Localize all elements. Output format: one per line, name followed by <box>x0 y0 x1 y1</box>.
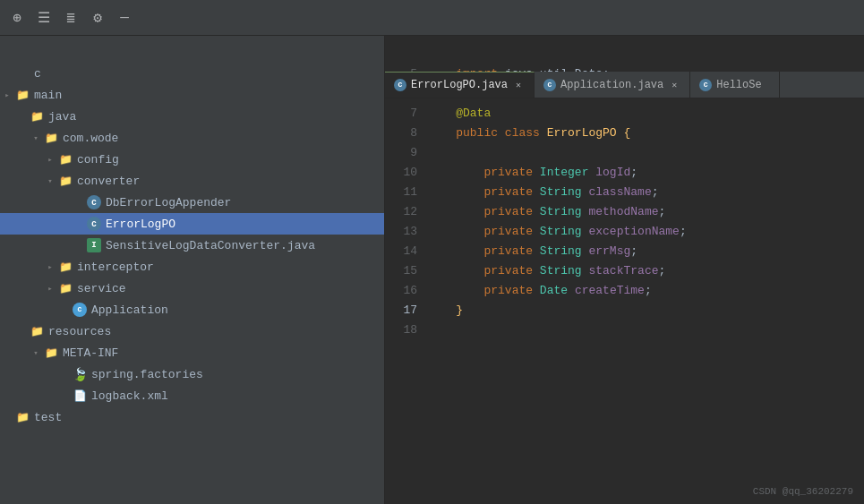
line-number-12: 12 <box>385 202 417 222</box>
watermark: CSDN @qq_36202279 <box>753 486 853 497</box>
java-iface-icon-SensitiveLogDataConverter.java: I <box>86 237 102 253</box>
tree-item-ErrorLogPO[interactable]: cErrorLogPO <box>0 213 384 235</box>
minimize-icon[interactable]: — <box>115 8 134 28</box>
code-line-10: private Integer logId; <box>428 163 864 183</box>
folder-icon-interceptor: 📁 <box>57 259 73 275</box>
code-line-16: private Date createTime; <box>428 281 864 301</box>
tab-close-errorlogpo[interactable]: ✕ <box>512 79 525 91</box>
main-layout: c▸📁main📁java▾📁com.wode▸📁config▾📁converte… <box>0 36 864 504</box>
tabs-bar: c ErrorLogPO.java ✕ c Application.java ✕… <box>385 72 864 98</box>
tree-label-converter: converter <box>77 175 140 188</box>
code-line-11: private String className; <box>428 183 864 202</box>
collapse-all-icon[interactable]: ☰ <box>34 8 54 28</box>
folder-icon-test: 📁 <box>14 409 30 425</box>
tree-label-ErrorLogPO: ErrorLogPO <box>106 218 175 231</box>
tree-item-spring.factories[interactable]: 🍃spring.factories <box>0 363 384 385</box>
tab-label-errorlogpo: ErrorLogPO.java <box>411 79 508 91</box>
tree-item-DbErrorLogAppender[interactable]: cDbErrorLogAppender <box>0 192 384 213</box>
tree-label-config: config <box>77 153 119 167</box>
tree-arrow-converter: ▾ <box>43 176 57 186</box>
tree-label-src: c <box>34 67 41 81</box>
code-line-12: private String methodName; <box>428 202 864 222</box>
tree-item-converter[interactable]: ▾📁converter <box>0 170 384 192</box>
java-c-icon-ErrorLogPO: c <box>86 216 102 232</box>
line-number-11: 11 <box>385 183 417 202</box>
tab-applicationjava[interactable]: c Application.java ✕ <box>535 72 690 98</box>
code-line-9 <box>428 143 864 163</box>
tree-label-spring.factories: spring.factories <box>91 368 203 381</box>
folder-icon-main: 📁 <box>14 87 30 103</box>
tree-label-java: java <box>48 110 76 124</box>
tree-item-resources[interactable]: 📁resources <box>0 320 384 342</box>
expand-all-icon[interactable]: ≣ <box>61 8 81 28</box>
tree-label-META-INF: META-INF <box>63 346 118 360</box>
code-line-7: @Data <box>428 104 864 124</box>
folder-icon-META-INF: 📁 <box>43 345 59 361</box>
spring-icon-spring.factories: 🍃 <box>72 366 88 382</box>
line-numbers: 56789101112131415161718 <box>385 63 428 495</box>
settings-icon[interactable]: ⚙ <box>88 8 107 28</box>
line-number-10: 10 <box>385 163 417 183</box>
code-line-17: } <box>428 301 864 320</box>
tree-label-main: main <box>34 89 62 102</box>
code-editor: c ErrorLogPO.java ✕ c Application.java ✕… <box>385 36 864 504</box>
tree-item-config[interactable]: ▸📁config <box>0 149 384 170</box>
tree-item-test[interactable]: 📁test <box>0 406 384 428</box>
line-number-15: 15 <box>385 261 417 281</box>
line-number-7: 7 <box>385 104 417 124</box>
line-number-13: 13 <box>385 222 417 242</box>
code-content: 56789101112131415161718 import java.util… <box>385 63 864 504</box>
tree-item-META-INF[interactable]: ▾📁META-INF <box>0 342 384 363</box>
tree-arrow-com.wode: ▾ <box>29 133 43 143</box>
line-number-18: 18 <box>385 320 417 340</box>
java-app-icon-Application: c <box>72 302 88 318</box>
add-icon[interactable]: ⊕ <box>7 8 27 28</box>
folder-icon-java: 📁 <box>29 108 45 124</box>
tab-errorlogpo[interactable]: c ErrorLogPO.java ✕ <box>385 72 535 98</box>
tree-item-logback.xml[interactable]: 📄logback.xml <box>0 385 384 406</box>
tab-close-applicationjava[interactable]: ✕ <box>668 79 680 91</box>
tab-icon-applicationjava: c <box>543 79 556 91</box>
tab-label-hellose: HelloSe <box>716 79 761 91</box>
tree-item-src[interactable]: c <box>0 63 384 84</box>
code-line-18 <box>428 320 864 340</box>
tab-icon-errorlogpo: c <box>394 79 406 91</box>
tree-label-resources: resources <box>48 325 111 338</box>
tree-item-Application[interactable]: cApplication <box>0 299 384 320</box>
tree-item-interceptor[interactable]: ▸📁interceptor <box>0 256 384 278</box>
tree-item-main[interactable]: ▸📁main <box>0 84 384 106</box>
tab-hellose[interactable]: c HelloSe <box>690 72 780 98</box>
folder-icon-resources: 📁 <box>29 323 45 339</box>
tree-arrow-service: ▸ <box>43 284 57 294</box>
code-line-13: private String exceptionName; <box>428 222 864 242</box>
file-tree: c▸📁main📁java▾📁com.wode▸📁config▾📁converte… <box>0 36 385 504</box>
tree-item-service[interactable]: ▸📁service <box>0 278 384 299</box>
toolbar: ⊕ ☰ ≣ ⚙ — <box>0 0 864 36</box>
tree-label-interceptor: interceptor <box>77 261 154 274</box>
tree-item-java[interactable]: 📁java <box>0 106 384 127</box>
tree-item-SensitiveLogDataConverter.java[interactable]: ISensitiveLogDataConverter.java <box>0 235 384 256</box>
tab-label-applicationjava: Application.java <box>560 79 663 91</box>
tree-label-service: service <box>77 282 126 295</box>
line-number-14: 14 <box>385 242 417 261</box>
folder-icon-converter: 📁 <box>57 173 73 189</box>
code-line-8: public class ErrorLogPO { <box>428 124 864 143</box>
line-number-9: 9 <box>385 143 417 163</box>
icon-src <box>14 65 30 81</box>
tree-arrow-META-INF: ▾ <box>29 348 43 358</box>
xml-icon-logback.xml: 📄 <box>72 388 88 404</box>
tree-arrow-config: ▸ <box>43 155 57 165</box>
java-c-icon-DbErrorLogAppender: c <box>86 194 102 210</box>
folder-icon-config: 📁 <box>57 151 73 167</box>
folder-icon-com.wode: 📁 <box>43 130 59 146</box>
tree-arrow-main: ▸ <box>0 90 14 100</box>
line-number-16: 16 <box>385 281 417 301</box>
code-lines[interactable]: import java.util.Date; @Data public clas… <box>428 63 864 495</box>
tree-label-Application: Application <box>91 303 168 317</box>
tree-item-com.wode[interactable]: ▾📁com.wode <box>0 127 384 149</box>
tree-label-logback.xml: logback.xml <box>91 389 168 403</box>
line-number-17: 17 <box>385 301 417 320</box>
tree-arrow-interceptor: ▸ <box>43 262 57 272</box>
tree-label-SensitiveLogDataConverter.java: SensitiveLogDataConverter.java <box>106 239 315 252</box>
folder-icon-service: 📁 <box>57 280 73 296</box>
